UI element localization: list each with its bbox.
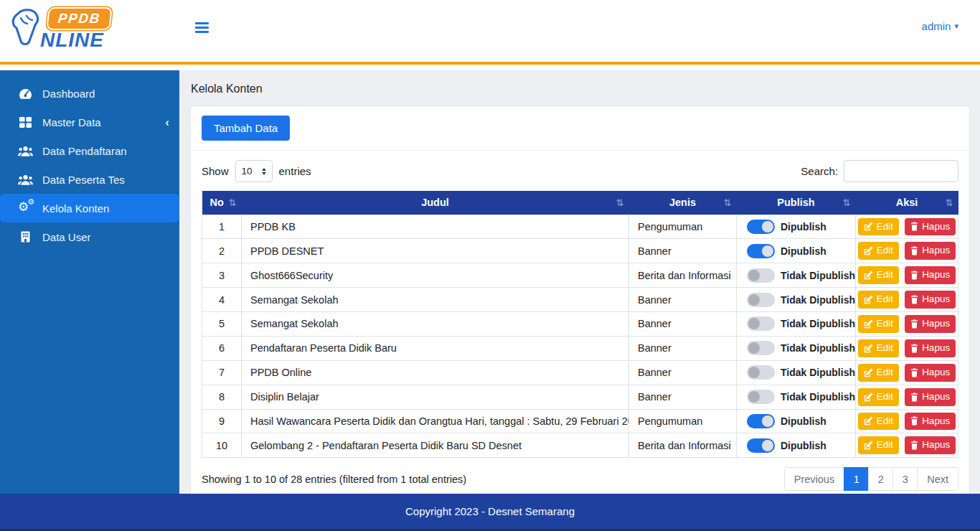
publish-toggle[interactable] bbox=[747, 414, 775, 428]
users-icon bbox=[17, 174, 34, 185]
delete-button[interactable]: Hapus bbox=[905, 388, 956, 406]
delete-button[interactable]: Hapus bbox=[905, 315, 956, 333]
pagination-page-2[interactable]: 2 bbox=[868, 467, 893, 491]
publish-status-label: Tidak Dipublish bbox=[781, 342, 855, 354]
publish-toggle[interactable] bbox=[747, 390, 775, 404]
search-input[interactable] bbox=[844, 160, 958, 182]
column-header-jenis[interactable]: Jenis ⇅ bbox=[629, 191, 737, 215]
sidebar-item-kelola-konten[interactable]: ⚙⚙Kelola Konten bbox=[0, 194, 179, 222]
row-aksi-cell: EditHapus bbox=[856, 312, 958, 337]
edit-button[interactable]: Edit bbox=[858, 364, 899, 382]
sidebar-item-label: Data Peserta Tes bbox=[42, 174, 125, 186]
row-judul: Semangat Sekolah bbox=[242, 312, 629, 337]
user-menu[interactable]: admin ▾ bbox=[922, 20, 958, 32]
row-aksi-cell: EditHapus bbox=[856, 360, 958, 385]
edit-button[interactable]: Edit bbox=[858, 242, 899, 260]
edit-button[interactable]: Edit bbox=[858, 315, 899, 333]
delete-button[interactable]: Hapus bbox=[905, 413, 956, 431]
edit-button[interactable]: Edit bbox=[858, 413, 899, 431]
hamburger-menu-icon[interactable] bbox=[195, 20, 209, 35]
column-header-no[interactable]: No ⇅ bbox=[202, 191, 242, 215]
entries-label: entries bbox=[279, 165, 311, 177]
row-aksi-cell: EditHapus bbox=[856, 409, 958, 433]
edit-button[interactable]: Edit bbox=[858, 291, 899, 309]
sidebar-item-data-peserta-tes[interactable]: Data Peserta Tes bbox=[0, 165, 179, 194]
edit-button[interactable]: Edit bbox=[858, 339, 899, 357]
row-number: 3 bbox=[202, 263, 242, 288]
publish-status-label: Tidak Dipublish bbox=[781, 318, 855, 329]
table-row: 1PPDB KBPengumumanDipublishEditHapus bbox=[202, 215, 958, 239]
row-judul: PPDB DESNET bbox=[242, 239, 629, 263]
delete-button[interactable]: Hapus bbox=[905, 266, 956, 284]
row-judul: Pendaftaran Peserta Didik Baru bbox=[242, 336, 629, 360]
pencil-square-icon bbox=[864, 319, 873, 329]
column-header-publish[interactable]: Publish ⇅ bbox=[737, 191, 856, 215]
users-icon bbox=[17, 146, 34, 156]
row-aksi-cell: EditHapus bbox=[856, 239, 958, 263]
edit-button[interactable]: Edit bbox=[858, 436, 899, 454]
edit-button[interactable]: Edit bbox=[858, 266, 899, 284]
sort-icon: ⇅ bbox=[229, 197, 237, 208]
pencil-square-icon bbox=[864, 295, 873, 304]
row-jenis: Banner bbox=[629, 336, 737, 360]
delete-button-label: Hapus bbox=[922, 293, 950, 306]
pagination-page-3[interactable]: 3 bbox=[892, 467, 918, 491]
table-row: 8Disiplin BelajarBannerTidak DipublishEd… bbox=[202, 385, 958, 409]
delete-button[interactable]: Hapus bbox=[905, 242, 956, 260]
pagination-next[interactable]: Next bbox=[917, 467, 958, 491]
tachometer-icon bbox=[17, 88, 34, 99]
edit-button[interactable]: Edit bbox=[858, 218, 899, 236]
delete-button[interactable]: Hapus bbox=[905, 291, 956, 309]
edit-button-label: Edit bbox=[877, 269, 893, 281]
pagination-page-1[interactable]: 1 bbox=[844, 467, 869, 491]
delete-button[interactable]: Hapus bbox=[905, 364, 956, 382]
page-length-select[interactable]: 10 bbox=[235, 160, 273, 182]
table-info-text: Showing 1 to 10 of 28 entries (filtered … bbox=[202, 474, 466, 485]
delete-button-label: Hapus bbox=[922, 415, 950, 428]
row-judul: Hasil Wawancara Peserta Didik dan Orangt… bbox=[242, 409, 629, 433]
sidebar-item-master-data[interactable]: Master Data‹ bbox=[0, 108, 179, 136]
pencil-square-icon bbox=[864, 246, 873, 255]
delete-button[interactable]: Hapus bbox=[905, 218, 956, 236]
row-jenis: Banner bbox=[629, 288, 737, 312]
add-data-button[interactable]: Tambah Data bbox=[202, 116, 290, 141]
column-header-aksi[interactable]: Aksi ⇅ bbox=[856, 191, 958, 215]
delete-button[interactable]: Hapus bbox=[905, 339, 956, 357]
publish-toggle[interactable] bbox=[747, 438, 775, 453]
publish-status-label: Tidak Dipublish bbox=[781, 294, 855, 306]
edit-button-label: Edit bbox=[877, 342, 893, 354]
delete-button-label: Hapus bbox=[922, 391, 950, 403]
edit-button-label: Edit bbox=[877, 367, 893, 379]
delete-button[interactable]: Hapus bbox=[905, 436, 956, 454]
row-number: 4 bbox=[202, 288, 242, 312]
logo[interactable]: PPDB NLINE bbox=[7, 1, 136, 60]
row-jenis: Berita dan Informasi bbox=[629, 433, 737, 458]
sidebar-item-label: Data User bbox=[42, 231, 91, 243]
trash-icon bbox=[910, 271, 918, 280]
sidebar-item-data-pendaftaran[interactable]: Data Pendaftaran bbox=[0, 136, 179, 165]
publish-toggle[interactable] bbox=[747, 293, 775, 307]
row-number: 1 bbox=[202, 215, 242, 239]
edit-button[interactable]: Edit bbox=[858, 388, 899, 406]
sidebar-item-dashboard[interactable]: Dashboard bbox=[0, 79, 179, 108]
publish-toggle[interactable] bbox=[747, 341, 775, 355]
column-header-judul[interactable]: Judul ⇅ bbox=[242, 191, 629, 215]
publish-toggle[interactable] bbox=[747, 268, 775, 283]
trash-icon bbox=[910, 319, 918, 329]
row-aksi-cell: EditHapus bbox=[856, 433, 958, 458]
pagination-previous[interactable]: Previous bbox=[784, 467, 844, 491]
delete-button-label: Hapus bbox=[922, 269, 950, 281]
sidebar-item-data-user[interactable]: Data User bbox=[0, 222, 179, 251]
row-aksi-cell: EditHapus bbox=[856, 385, 958, 409]
publish-toggle[interactable] bbox=[747, 244, 775, 258]
publish-toggle[interactable] bbox=[747, 220, 775, 234]
publish-toggle[interactable] bbox=[747, 365, 775, 380]
publish-toggle[interactable] bbox=[747, 316, 775, 331]
logo-text-ppdb: PPDB bbox=[46, 7, 112, 30]
table-row: 9Hasil Wawancara Peserta Didik dan Orang… bbox=[202, 409, 958, 433]
search-label: Search: bbox=[801, 165, 838, 177]
row-judul: Semangat Sekolah bbox=[242, 288, 629, 312]
publish-status-label: Dipublish bbox=[781, 245, 826, 257]
trash-icon bbox=[910, 368, 918, 377]
row-jenis: Banner bbox=[629, 385, 737, 409]
